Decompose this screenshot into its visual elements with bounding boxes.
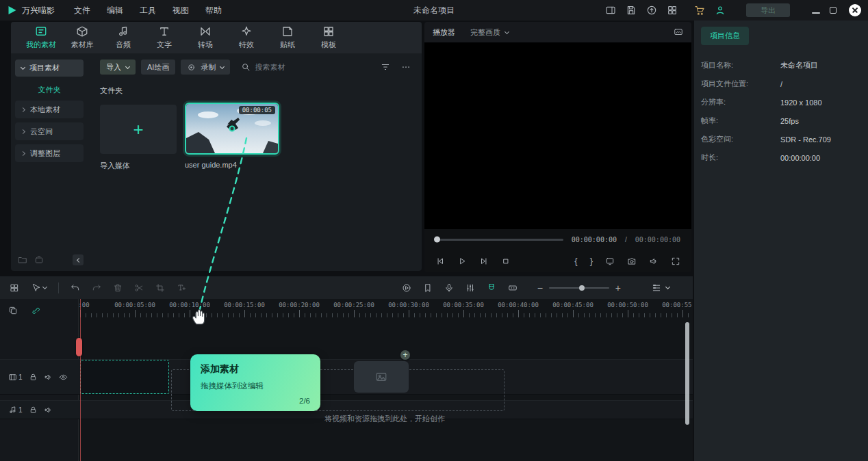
chevron-down-icon <box>220 64 225 68</box>
timeline-scrollbar[interactable] <box>685 322 689 425</box>
zoom-slider[interactable] <box>549 287 609 289</box>
maximize-button[interactable] <box>830 7 837 14</box>
upload-icon[interactable] <box>646 5 657 16</box>
undo-icon[interactable] <box>71 283 80 293</box>
playhead-grip[interactable] <box>76 338 82 356</box>
more-options-icon[interactable] <box>401 62 411 72</box>
add-text-icon[interactable] <box>177 283 186 293</box>
display-output-icon[interactable] <box>674 27 683 37</box>
quality-selector[interactable]: 完整画质 <box>470 27 509 38</box>
add-media-badge[interactable]: + <box>399 349 411 361</box>
minimize-button[interactable] <box>812 12 820 14</box>
store-cart-icon[interactable] <box>694 5 705 16</box>
new-folder-icon[interactable] <box>18 255 27 265</box>
caret-right-icon <box>21 129 25 133</box>
sidebar-item-project-materials[interactable]: 项目素材 <box>15 60 84 77</box>
account-icon[interactable] <box>715 5 726 16</box>
record-button[interactable]: 录制 <box>181 60 230 75</box>
current-time: 00:00:00:00 <box>572 236 617 243</box>
import-media-tile[interactable]: + <box>100 105 177 154</box>
zoom-out-icon[interactable]: − <box>537 283 543 293</box>
tab-my-media[interactable]: 我的素材 <box>21 25 62 50</box>
drag-handle[interactable] <box>229 126 235 132</box>
volume-icon[interactable] <box>649 256 659 266</box>
split-scissors-icon[interactable] <box>134 283 144 293</box>
zoom-slider-thumb[interactable] <box>579 285 585 291</box>
workspace-grid-icon[interactable] <box>667 5 678 16</box>
voiceover-mic-icon[interactable] <box>444 283 454 293</box>
sidebar-item-local-media[interactable]: 本地素材 <box>15 101 84 118</box>
tab-transition[interactable]: 转场 <box>185 25 226 50</box>
fit-screen-icon[interactable] <box>605 256 615 266</box>
snapshot-icon[interactable] <box>627 256 637 266</box>
manage-tracks-icon[interactable] <box>8 306 18 315</box>
marker-icon[interactable] <box>423 283 433 293</box>
hide-track-eye-icon[interactable] <box>59 373 68 382</box>
mute-icon[interactable] <box>44 406 53 414</box>
media-browser-icon[interactable] <box>10 283 19 293</box>
select-tool-icon[interactable] <box>31 283 47 293</box>
sidebar-item-cloud-space[interactable]: 云空间 <box>15 122 84 140</box>
menu-edit[interactable]: 编辑 <box>107 5 123 16</box>
preview-viewport[interactable] <box>424 42 691 229</box>
workspace-layout-icon[interactable] <box>605 5 616 16</box>
media-clip-thumbnail[interactable]: 00:00:05 <box>185 103 279 155</box>
stop-icon[interactable] <box>501 256 511 266</box>
sidebar-item-adjustment-layer[interactable]: 调整图层 <box>15 144 84 162</box>
mark-in-icon[interactable]: { <box>574 256 577 265</box>
delete-icon[interactable] <box>113 283 123 293</box>
snap-magnet-icon[interactable] <box>487 283 496 293</box>
tab-project-info[interactable]: 项目信息 <box>701 27 749 45</box>
play-icon[interactable] <box>457 256 467 266</box>
next-frame-icon[interactable] <box>479 256 489 266</box>
save-icon[interactable] <box>626 5 637 16</box>
menu-file[interactable]: 文件 <box>74 5 90 16</box>
sidebar-item-label: 调整图层 <box>30 148 60 159</box>
collapse-sidebar-button[interactable] <box>73 254 84 265</box>
previous-frame-icon[interactable] <box>435 256 445 266</box>
zoom-in-icon[interactable]: + <box>615 283 621 293</box>
media-placeholder-tile[interactable] <box>354 361 409 393</box>
tab-text[interactable]: 文字 <box>144 25 185 50</box>
drop-target-clip[interactable] <box>80 360 169 394</box>
track-height-control[interactable] <box>652 283 669 293</box>
seek-thumb[interactable] <box>434 237 440 243</box>
chevron-down-icon <box>665 285 670 289</box>
menu-view[interactable]: 视图 <box>173 5 189 16</box>
menu-tools[interactable]: 工具 <box>140 5 156 16</box>
tab-templates[interactable]: 模板 <box>308 25 349 50</box>
project-info-panel: 项目信息 项目名称: 未命名项目 项目文件位置: / 分辨率: 1920 x 1… <box>694 21 868 461</box>
delete-folder-icon[interactable] <box>34 255 44 265</box>
media-grid: + 00:00:05 <box>88 103 422 155</box>
import-button[interactable]: 导入 <box>100 60 136 75</box>
filter-sort-icon[interactable] <box>381 62 390 72</box>
info-value: 00:00:00:00 <box>780 154 820 162</box>
sidebar-item-folders[interactable]: 文件夹 <box>11 85 88 95</box>
tab-label: 转场 <box>198 40 213 50</box>
crop-icon[interactable] <box>155 283 165 293</box>
lock-icon[interactable] <box>29 406 38 414</box>
lock-icon[interactable] <box>29 373 38 382</box>
render-preview-icon[interactable] <box>402 283 411 293</box>
tab-stickers[interactable]: 贴纸 <box>267 25 308 50</box>
seek-bar[interactable] <box>435 239 563 241</box>
timeline-ruler[interactable]: 00:00 00:00:05:00 00:00:10:00 00:00:15:0… <box>79 299 693 318</box>
menu-help[interactable]: 帮助 <box>205 5 222 16</box>
fullscreen-icon[interactable] <box>671 256 680 266</box>
tab-audio[interactable]: 音频 <box>103 25 144 50</box>
sidebar-item-label: 本地素材 <box>30 105 60 115</box>
export-button[interactable]: 导出 <box>746 3 790 17</box>
my-media-icon <box>35 25 47 38</box>
mute-icon[interactable] <box>44 373 53 382</box>
tab-stock-media[interactable]: 素材库 <box>62 25 103 50</box>
search-input[interactable] <box>255 63 330 71</box>
tab-effects[interactable]: 特效 <box>226 25 267 50</box>
keyframe-icon[interactable] <box>508 283 518 293</box>
link-clips-icon[interactable] <box>31 306 40 315</box>
audio-mixer-icon[interactable] <box>465 283 475 293</box>
ai-paint-button[interactable]: AI绘画 <box>141 60 175 75</box>
info-value: SDR - Rec.709 <box>780 135 831 144</box>
redo-icon[interactable] <box>92 283 101 293</box>
close-button[interactable] <box>849 4 861 16</box>
mark-out-icon[interactable]: } <box>590 256 593 265</box>
